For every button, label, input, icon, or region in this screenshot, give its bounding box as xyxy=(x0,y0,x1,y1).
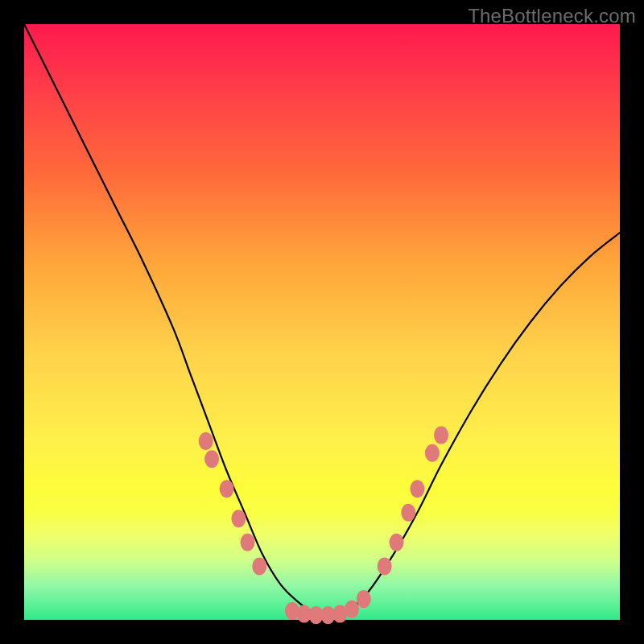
chart-svg xyxy=(24,24,620,620)
data-marker xyxy=(434,427,448,444)
bottleneck-curve xyxy=(24,24,620,615)
plot-area xyxy=(24,24,620,620)
data-marker xyxy=(345,601,359,618)
data-marker xyxy=(410,480,424,497)
data-marker xyxy=(425,444,440,462)
watermark-text: TheBottleneck.com xyxy=(468,5,636,27)
outer-frame: TheBottleneck.com xyxy=(0,0,644,644)
data-marker xyxy=(220,480,234,497)
data-marker xyxy=(231,510,246,527)
data-marker xyxy=(252,557,266,575)
data-marker xyxy=(357,590,371,608)
data-marker xyxy=(378,557,392,575)
data-marker xyxy=(285,602,299,620)
data-marker xyxy=(401,504,415,522)
data-marker xyxy=(199,432,213,450)
data-marker xyxy=(204,450,219,468)
data-marker xyxy=(241,534,255,551)
data-marker xyxy=(390,534,404,551)
